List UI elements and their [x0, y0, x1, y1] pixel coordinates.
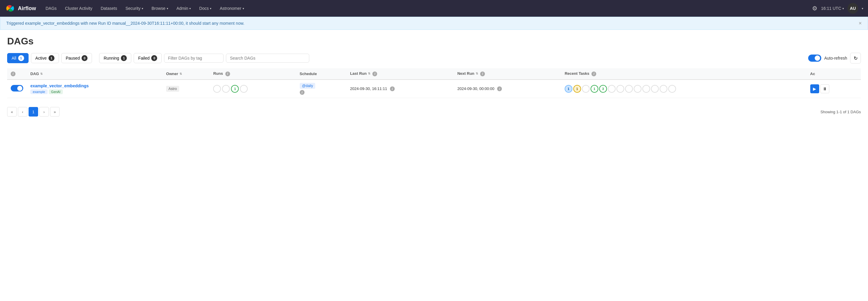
prev-page-button[interactable]: ‹: [18, 107, 27, 116]
dag-next-run-cell: 2024-09-30, 00:00:00 i: [454, 80, 561, 98]
th-last-run: Last Run ⇅ i: [346, 68, 454, 80]
run-circle-3[interactable]: 1: [231, 85, 239, 93]
task-circle-yellow[interactable]: 1: [573, 85, 581, 93]
brand-logo[interactable]: Airflow: [5, 3, 36, 14]
avatar-chevron-icon: ▾: [862, 7, 863, 10]
dag-tag-genai[interactable]: GenAI: [49, 89, 63, 94]
dag-tag-example[interactable]: example: [30, 89, 48, 94]
dag-toggle[interactable]: [11, 85, 23, 91]
last-run-info-icon[interactable]: i: [372, 72, 377, 76]
avatar[interactable]: AU: [847, 3, 858, 14]
settings-icon[interactable]: ⚙: [812, 5, 817, 12]
task-circle-empty-4[interactable]: [625, 85, 633, 93]
pause-dag-button[interactable]: ⏸: [820, 84, 829, 93]
last-page-button[interactable]: »: [50, 107, 60, 116]
auto-refresh-toggle[interactable]: [808, 55, 821, 62]
task-circle-empty-8[interactable]: [660, 85, 668, 93]
all-count-badge: 1: [18, 55, 24, 61]
task-circle-empty-2[interactable]: [608, 85, 616, 93]
next-run-info-icon[interactable]: i: [480, 72, 485, 76]
refresh-button[interactable]: ↻: [850, 53, 861, 63]
dag-table: i DAG ⇅ Owner ⇅ Runs i: [7, 68, 861, 98]
owner-sort-btn[interactable]: Owner ⇅: [166, 72, 182, 76]
tag-filter-input[interactable]: [164, 54, 223, 62]
time-chevron-icon: ▾: [842, 7, 844, 10]
next-run-sort-btn[interactable]: Next Run ⇅: [457, 71, 478, 76]
task-circle-empty-7[interactable]: [651, 85, 659, 93]
dag-recent-tasks-cell: 1 1 1 3: [561, 80, 807, 98]
dag-col-info-icon[interactable]: i: [11, 72, 16, 76]
auto-refresh-label: Auto-refresh: [824, 56, 847, 60]
dag-tags: example GenAI: [30, 89, 159, 94]
nav-docs[interactable]: Docs ▾: [195, 4, 215, 13]
dag-last-run-text: 2024-09-30, 16:11:11: [350, 86, 387, 91]
time-display[interactable]: 16:11 UTC ▾: [821, 6, 844, 11]
pagination-row: « ‹ 1 › » Showing 1-1 of 1 DAGs: [7, 104, 861, 119]
th-next-run: Next Run ⇅ i: [454, 68, 561, 80]
task-circle-blue[interactable]: 1: [565, 85, 572, 93]
schedule-info-icon[interactable]: i: [300, 90, 305, 95]
task-circle-empty-6[interactable]: [642, 85, 650, 93]
filter-paused-button[interactable]: Paused 0: [61, 53, 92, 63]
dag-toggle-knob: [17, 86, 22, 91]
browse-chevron-icon: ▾: [167, 7, 168, 10]
task-circle-empty-1[interactable]: [582, 85, 590, 93]
owner-sort-icon: ⇅: [180, 72, 182, 75]
filter-active-button[interactable]: Active 1: [31, 53, 59, 63]
run-circle-2[interactable]: [222, 85, 230, 93]
search-input[interactable]: [226, 54, 309, 62]
task-circle-empty-3[interactable]: [617, 85, 624, 93]
first-page-button[interactable]: «: [7, 107, 17, 116]
astronomer-chevron-icon: ▾: [243, 7, 244, 10]
run-circles: 1: [213, 85, 292, 93]
nav-security[interactable]: Security ▾: [122, 4, 147, 13]
task-circle-green-1[interactable]: 1: [591, 85, 598, 93]
nav-admin[interactable]: Admin ▾: [173, 4, 195, 13]
page-title: DAGs: [7, 36, 861, 47]
run-dag-button[interactable]: ▶: [810, 84, 819, 93]
task-circle-empty-5[interactable]: [634, 85, 642, 93]
filter-running-button[interactable]: Running 1: [99, 53, 131, 63]
dag-owner-cell: Astro: [162, 80, 210, 98]
filter-failed-button[interactable]: Failed 0: [134, 53, 162, 63]
last-run-sort-icon: ⇅: [368, 72, 370, 75]
nav-browse[interactable]: Browse ▾: [148, 4, 172, 13]
dag-last-run-cell: 2024-09-30, 16:11:11 i: [346, 80, 454, 98]
run-circle-4[interactable]: [240, 85, 248, 93]
navbar-right: ⚙ 16:11 UTC ▾ AU ▾: [812, 3, 863, 14]
showing-text: Showing 1-1 of 1 DAGs: [820, 110, 861, 114]
recent-tasks-info-icon[interactable]: i: [591, 72, 596, 76]
next-run-row-info-icon[interactable]: i: [497, 86, 502, 91]
nav-cluster-activity[interactable]: Cluster Activity: [61, 4, 96, 13]
main-content: DAGs All 1 Active 1 Paused 0 Running 1 F…: [0, 30, 868, 301]
dag-schedule-badge: @daily: [300, 83, 315, 89]
th-info: i: [7, 68, 27, 80]
task-circle-empty-9[interactable]: [668, 85, 676, 93]
current-page-button[interactable]: 1: [29, 107, 38, 116]
task-circle-green-2[interactable]: 3: [599, 85, 607, 93]
action-buttons: ▶ ⏸: [810, 84, 857, 93]
dag-name-link[interactable]: example_vector_embeddings: [30, 83, 159, 88]
nav-dags[interactable]: DAGs: [42, 4, 60, 13]
alert-close-button[interactable]: ×: [859, 21, 862, 26]
filter-all-button[interactable]: All 1: [7, 53, 29, 63]
th-dag: DAG ⇅: [27, 68, 162, 80]
running-count-badge: 1: [121, 55, 127, 61]
airflow-logo-icon: [5, 3, 16, 14]
th-schedule: Schedule: [296, 68, 346, 80]
alert-message: Triggered example_vector_embeddings with…: [6, 21, 244, 26]
th-owner: Owner ⇅: [162, 68, 210, 80]
runs-info-icon[interactable]: i: [225, 72, 230, 76]
last-run-row-info-icon[interactable]: i: [390, 86, 395, 91]
nav-astronomer[interactable]: Astronomer ▾: [216, 4, 247, 13]
last-run-sort-btn[interactable]: Last Run ⇅: [350, 71, 370, 76]
nav-datasets[interactable]: Datasets: [97, 4, 121, 13]
next-page-button[interactable]: ›: [39, 107, 49, 116]
dag-name-cell: example_vector_embeddings example GenAI: [27, 80, 162, 98]
active-count-badge: 1: [49, 55, 55, 61]
dag-sort-btn[interactable]: DAG ⇅: [30, 72, 42, 76]
pagination: « ‹ 1 › »: [7, 107, 60, 116]
dag-runs-cell: 1: [210, 80, 296, 98]
refresh-icon: ↻: [854, 55, 858, 61]
run-circle-1[interactable]: [213, 85, 221, 93]
